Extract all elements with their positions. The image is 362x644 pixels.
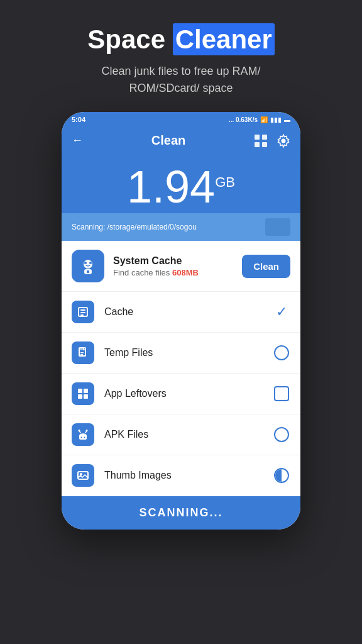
svg-rect-2 [255,142,260,147]
system-cache-card: System Cache Find cache files 608MB Clea… [62,241,300,292]
list-item-temp: Temp Files [62,333,300,374]
apk-list-icon [72,423,94,446]
status-bar: 5:04 ... 0.63K/s 📶 ▮▮▮ ▬ [62,112,300,127]
storage-value: 1.94GB [62,164,300,209]
thumb-list-icon [72,464,94,487]
square-icon [274,386,289,401]
cache-title: System Cache [113,255,242,267]
svg-rect-1 [262,135,267,140]
nav-icons [254,134,290,148]
svg-rect-15 [79,348,83,350]
svg-rect-11 [80,309,85,311]
svg-point-5 [84,260,92,269]
header-section: Space Cleaner Clean junk files to free u… [62,0,300,112]
title-part2: Cleaner [175,25,272,54]
cache-info: System Cache Find cache files 608MB [113,255,242,277]
svg-point-26 [79,430,80,431]
circle-icon [274,345,289,360]
svg-rect-28 [78,472,88,479]
back-icon[interactable]: ← [72,134,83,147]
svg-point-8 [89,262,92,264]
scan-progress-box [265,218,290,236]
subtitle: Clean junk files to free up RAM/ROM/SDca… [87,63,275,97]
svg-rect-0 [255,135,260,140]
cache-label: Cache [104,306,273,318]
svg-rect-19 [84,389,88,393]
signal-icon: ▮▮▮ [270,116,282,123]
svg-rect-17 [80,354,83,355]
apk-label: APK Files [104,429,273,440]
cache-size: 608MB [172,268,199,277]
clean-button[interactable]: Clean [242,255,290,278]
battery-icon: ▬ [284,116,290,123]
grid-icon[interactable] [254,134,268,148]
list-item-apk: APK Files [62,414,300,455]
svg-rect-9 [87,270,89,273]
cache-icon-box [72,250,104,282]
list-item-cache: Cache ✓ [62,292,300,333]
title-part1: Space [87,25,172,54]
temp-checkbox[interactable] [273,344,290,362]
svg-rect-20 [78,394,82,399]
apk-circle-icon [274,427,289,442]
settings-icon[interactable] [277,134,290,148]
svg-rect-21 [84,394,88,399]
phone-mockup: 5:04 ... 0.63K/s 📶 ▮▮▮ ▬ ← Clean [62,112,300,530]
half-icon [274,468,289,483]
temp-list-icon [72,341,94,364]
svg-rect-13 [80,314,84,316]
list-item-thumb: Thumb Images [62,455,300,496]
storage-unit: GB [215,174,235,190]
scanning-button[interactable]: SCANNING... [62,496,300,530]
svg-rect-16 [80,352,84,353]
svg-rect-18 [78,389,82,393]
list-item-leftovers: App Leftovers [62,374,300,414]
main-title: Space Cleaner [87,25,275,54]
status-time: 5:04 [72,116,85,123]
network-speed: ... 0.63K/s [229,116,258,123]
scanning-text: Scanning: /storage/emulated/0/sogou [72,223,197,231]
svg-point-4 [282,138,286,143]
checked-icon: ✓ [276,304,287,320]
thumb-checkbox[interactable] [273,467,290,484]
svg-point-23 [84,437,85,438]
svg-rect-3 [262,142,267,147]
storage-display: 1.94GB [62,158,300,213]
content-area: System Cache Find cache files 608MB Clea… [62,241,300,496]
svg-point-22 [81,437,82,438]
apk-checkbox[interactable] [273,426,290,443]
svg-point-27 [86,430,88,431]
cache-list-icon [72,301,94,323]
storage-number-value: 1.94 [127,162,215,212]
leftovers-list-icon [72,382,94,405]
svg-point-7 [84,262,87,264]
leftovers-checkbox[interactable] [273,385,290,402]
cache-subtitle: Find cache files 608MB [113,268,242,277]
leftovers-label: App Leftovers [104,388,273,399]
cache-checkbox[interactable]: ✓ [273,303,290,321]
title-highlight: Cleaner [173,23,275,55]
temp-label: Temp Files [104,347,273,358]
wifi-icon: 📶 [260,116,268,123]
thumb-label: Thumb Images [104,470,273,481]
storage-number: 1.94GB [127,162,235,212]
scanning-bar: Scanning: /storage/emulated/0/sogou [62,213,300,241]
nav-title: Clean [151,133,185,148]
status-right: ... 0.63K/s 📶 ▮▮▮ ▬ [229,116,290,123]
top-nav: ← Clean [62,127,300,158]
svg-rect-12 [80,312,85,313]
